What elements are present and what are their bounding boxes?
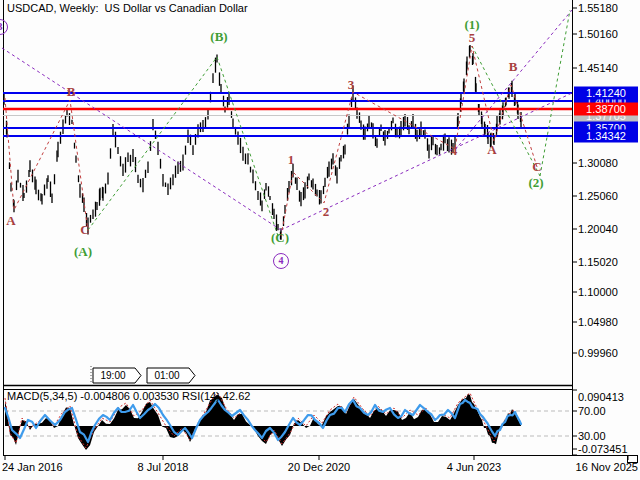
time-tags-layer: 19:00 01:00 — [0, 0, 640, 480]
time-tag-19[interactable]: 19:00 — [93, 368, 141, 383]
time-tag-01-label: 01:00 — [154, 370, 179, 381]
time-tag-01[interactable]: 01:00 — [147, 368, 195, 383]
time-tag-19-label: 19:00 — [100, 370, 125, 381]
chart-window: 1.551801.501601.451401.300801.250601.200… — [0, 0, 640, 480]
